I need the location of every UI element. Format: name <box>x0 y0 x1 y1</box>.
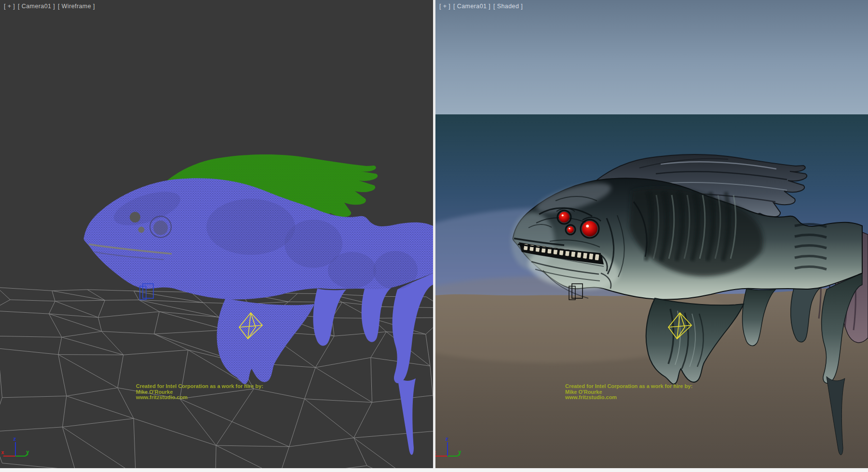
fish-eye <box>130 212 140 222</box>
fish-eye <box>138 227 145 233</box>
world-axis-tripod: x y z <box>0 436 34 468</box>
fish-eye <box>153 221 168 235</box>
fish-eye-red <box>582 221 597 236</box>
watermark-line: www.fritzstudio.com <box>565 395 692 401</box>
axis-y-label: y <box>458 449 461 455</box>
max-dual-viewport-canvas: [ + ] [ Camera01 ] [ Wireframe ] Created… <box>0 0 868 472</box>
axis-y-label: y <box>26 449 29 455</box>
viewport-label: [ + ] [ Camera01 ] [ Shaded ] <box>439 3 524 10</box>
watermark-line: Created for Intel Corporation as a work … <box>136 384 263 389</box>
axis-z-label: z <box>13 436 16 442</box>
sky-background <box>435 0 868 114</box>
viewport-label: [ + ] [ Camera01 ] [ Wireframe ] <box>4 3 96 10</box>
axis-x-label: x <box>1 449 4 456</box>
fish-eye-red <box>559 212 570 222</box>
viewport-splitter[interactable] <box>433 0 435 468</box>
viewport-shading-menu[interactable]: [ Wireframe ] <box>58 3 95 10</box>
watermark-line: www.fritzstudio.com <box>136 395 263 401</box>
fish-tooth <box>583 252 587 259</box>
axis-z-label: z <box>445 436 448 442</box>
viewport-general-menu[interactable]: [ + ] <box>439 3 450 10</box>
viewport-wireframe[interactable]: [ + ] [ Camera01 ] [ Wireframe ] Created… <box>0 0 433 468</box>
fish-tooth <box>589 253 594 260</box>
viewport-shading-menu[interactable]: [ Shaded ] <box>493 3 523 10</box>
copyright-watermark: Created for Intel Corporation as a work … <box>565 384 692 401</box>
viewport-shaded[interactable]: [ + ] [ Camera01 ] [ Shaded ] Created fo… <box>435 0 868 468</box>
viewport-pov-menu[interactable]: [ Camera01 ] <box>453 3 490 10</box>
copyright-watermark: Created for Intel Corporation as a work … <box>136 384 263 401</box>
watermark-line: Created for Intel Corporation as a work … <box>565 384 692 389</box>
fish-tooth <box>595 254 599 261</box>
viewport-general-menu[interactable]: [ + ] <box>4 3 15 10</box>
bottom-edge-strip <box>0 468 868 472</box>
viewport-pov-menu[interactable]: [ Camera01 ] <box>18 3 55 10</box>
axis-x-label: x <box>435 449 436 456</box>
fish-eye-red <box>567 226 574 233</box>
world-axis-tripod: x y z <box>435 436 466 468</box>
